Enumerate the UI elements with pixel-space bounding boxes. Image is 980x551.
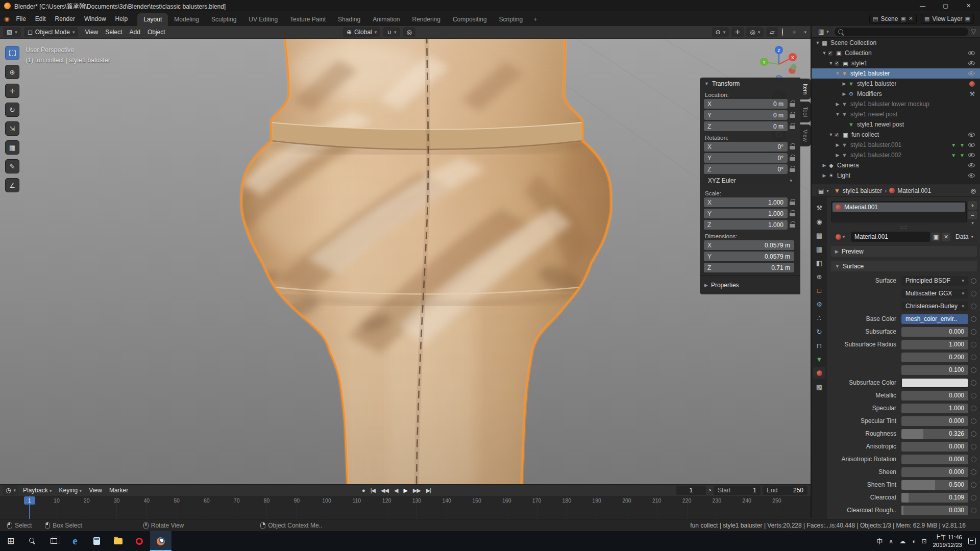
workspace-tab-texture-paint[interactable]: Texture Paint — [284, 13, 332, 26]
timeline-menu-keying[interactable]: Keying ▾ — [56, 487, 86, 494]
jump-to-end-button[interactable]: ▶| — [424, 487, 433, 494]
lock-icon[interactable] — [790, 155, 796, 161]
transform-tool[interactable]: ▦ — [5, 140, 19, 155]
timeline-ruler[interactable]: 1020304050607080901001101201301401501601… — [0, 496, 811, 519]
extras-dot-button[interactable] — [971, 431, 976, 437]
properties-tab-view-layer[interactable]: ▦ — [813, 243, 825, 255]
workspace-tab-modeling[interactable]: Modeling — [168, 13, 205, 26]
jump-to-start-button[interactable]: |◀ — [369, 487, 377, 494]
slot-list-resize-handle[interactable]: :::::: — [827, 226, 980, 230]
shading-solid-button[interactable] — [787, 31, 790, 34]
xray-toggle[interactable]: ▱ — [766, 27, 778, 37]
material-slot-item[interactable]: Material.001 — [832, 203, 965, 212]
visibility-eye-icon[interactable] — [968, 71, 975, 76]
scale-x-field[interactable]: X1.000 — [704, 197, 788, 207]
breadcrumb-object[interactable]: style1 baluster — [843, 187, 882, 194]
proportional-editing-icon[interactable]: ◎ — [403, 27, 415, 37]
workspace-tab-sculpting[interactable]: Sculpting — [205, 13, 242, 26]
workspace-tab-shading[interactable]: Shading — [332, 13, 366, 26]
hidden-icons-chevron[interactable]: ∧ — [889, 538, 893, 545]
material-slot-list[interactable]: Material.001 — [831, 201, 967, 222]
property-field[interactable]: 1.000 — [901, 404, 968, 413]
auto-key-icon[interactable]: ● — [360, 487, 367, 493]
disclosure-icon[interactable]: ▶ — [835, 102, 841, 107]
lock-icon[interactable] — [790, 112, 796, 118]
outliner-search-input[interactable] — [835, 28, 968, 36]
properties-tab-tool[interactable]: ⚒ — [813, 202, 825, 213]
start-frame-field[interactable]: Start1 — [714, 486, 761, 495]
disclosure-icon[interactable]: ▼ — [835, 71, 841, 76]
editor-type-button[interactable]: ▧▾ — [3, 27, 21, 37]
slot-specials-dropdown[interactable]: ▾ — [968, 220, 977, 226]
extras-dot-button[interactable] — [971, 380, 976, 386]
taskbar-clock[interactable]: 上午 11:46 2019/12/23 — [933, 534, 962, 549]
shading-wireframe-button[interactable] — [780, 27, 785, 37]
move-tool[interactable]: ✛ — [5, 84, 19, 98]
play-button[interactable]: ▶ — [401, 487, 409, 494]
properties-panel-header[interactable]: ▶Properties — [700, 279, 800, 291]
material-name-field[interactable]: Material.001 — [851, 232, 930, 242]
extras-dot-button[interactable] — [971, 444, 976, 449]
extras-dot-button[interactable] — [971, 406, 976, 411]
visibility-eye-icon[interactable] — [968, 163, 975, 167]
outliner-row-scene-collection[interactable]: ▼▦Scene Collection — [812, 38, 980, 48]
scale-z-field[interactable]: Z1.000 — [704, 220, 788, 230]
taskbar-opera-button[interactable] — [129, 531, 150, 551]
disclosure-icon[interactable]: ▼ — [828, 132, 834, 137]
playhead-badge[interactable]: 1 — [24, 496, 35, 505]
visibility-eye-icon[interactable] — [968, 61, 975, 65]
visibility-eye-icon[interactable] — [968, 143, 975, 147]
blender-app-menu-icon[interactable]: ◉ — [0, 15, 11, 22]
properties-tab-texture[interactable]: ▩ — [813, 381, 825, 392]
extras-dot-button[interactable] — [971, 418, 976, 424]
dimensions-x-field[interactable]: X0.0579 m — [704, 240, 794, 250]
viewport-menu-add[interactable]: Add — [126, 29, 144, 36]
properties-tab-render[interactable]: ◉ — [813, 216, 825, 227]
location-x-field[interactable]: X0 m — [704, 99, 788, 109]
lock-icon[interactable] — [790, 143, 796, 150]
property-field[interactable]: 1.000 — [901, 340, 968, 349]
outliner-row-style1-baluster-001[interactable]: ▶▼style1 baluster.001▼▼ — [812, 140, 980, 150]
base-color-texture-field[interactable]: mesh_color_envir.. — [901, 314, 968, 324]
cursor-tool[interactable]: ⊕ — [5, 65, 19, 79]
preview-range-clock-icon[interactable]: ◔ — [708, 487, 712, 494]
lock-icon[interactable] — [790, 123, 796, 130]
add-workspace-button[interactable]: + — [529, 13, 542, 26]
outliner-row-light[interactable]: ▶☀Light — [812, 170, 980, 181]
property-field[interactable]: 0.000 — [901, 416, 968, 426]
collection-checkbox[interactable]: ✓ — [834, 132, 840, 138]
ime-indicator[interactable]: 中 — [876, 537, 883, 545]
visibility-eye-icon[interactable] — [968, 133, 975, 137]
breadcrumb-material[interactable]: Material.001 — [897, 187, 931, 194]
shading-material-button[interactable] — [793, 31, 796, 34]
rotation-y-field[interactable]: Y0° — [704, 153, 788, 163]
n-panel-tab-item[interactable]: Item — [800, 79, 811, 99]
titlebar[interactable]: Blender* [C:\Users\簽承翰\Documents\3d\Blen… — [0, 0, 980, 11]
snap-magnet-icon[interactable]: ∪▾ — [383, 27, 400, 37]
property-dropdown-christensen-burley[interactable]: Christensen-Burley▾ — [901, 302, 968, 311]
disclosure-icon[interactable]: ▼ — [828, 61, 834, 66]
properties-tab-output[interactable]: ▤ — [813, 230, 825, 241]
preview-panel-header[interactable]: ▶Preview — [831, 246, 977, 257]
annotate-tool[interactable]: ✎ — [5, 159, 19, 173]
visibility-eye-icon[interactable] — [968, 173, 975, 178]
menu-help[interactable]: Help — [111, 15, 133, 22]
workspace-tab-rendering[interactable]: Rendering — [406, 13, 447, 26]
property-field[interactable]: 0.326 — [901, 429, 968, 439]
timeline-editor-type-button[interactable]: ◷▾ — [3, 485, 18, 495]
property-field[interactable]: 0.100 — [901, 365, 968, 375]
disclosure-icon[interactable]: ▶ — [835, 153, 841, 158]
extras-dot-button[interactable] — [971, 278, 976, 284]
extras-dot-button[interactable] — [971, 342, 976, 347]
extras-dot-button[interactable] — [971, 304, 976, 309]
property-field[interactable]: 0.000 — [901, 442, 968, 452]
taskbar-calculator-button[interactable] — [86, 531, 107, 551]
outliner-row-style1-baluster[interactable]: ▼▼style1 baluster — [812, 68, 980, 79]
n-panel-tab-tool[interactable]: Tool — [800, 102, 811, 122]
timeline-menu-playback[interactable]: Playback ▾ — [19, 487, 56, 494]
taskbar-task-view-button[interactable] — [43, 531, 64, 551]
scale-tool[interactable]: ⇲ — [5, 121, 19, 136]
properties-editor-type-button[interactable]: ▤▾ — [816, 186, 831, 196]
property-field[interactable]: 0.000 — [901, 455, 968, 464]
disclosure-icon[interactable]: ▶ — [841, 91, 847, 96]
